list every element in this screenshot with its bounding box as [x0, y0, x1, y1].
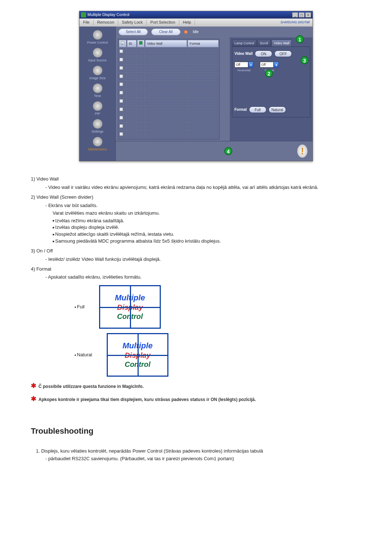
- window-title: Multiple Display Control: [87, 12, 130, 18]
- horizontal-label: Horizontal: [237, 68, 250, 73]
- idle-label: Idle: [193, 29, 199, 35]
- format-label: Format: [234, 107, 247, 113]
- image-size-icon: [93, 66, 102, 75]
- power-icon: [93, 30, 102, 40]
- callout-3: 3: [301, 56, 309, 64]
- item-2-title: 2) Video Wall (Screen divider): [31, 194, 361, 201]
- note-2: ✱Apkopes kontrole ir pieejama tikai tiem…: [31, 394, 361, 404]
- menu-help[interactable]: Help: [179, 20, 195, 25]
- mdc-window: Multiple Display Control _ □ × File Remo…: [79, 11, 313, 161]
- natural-format-label: Natural: [74, 352, 92, 358]
- tab-scroll[interactable]: Scroll: [257, 40, 271, 46]
- item-1-desc: - Video wall ir vairāku video ekrānu apv…: [45, 184, 361, 191]
- ts-item-1-sub: - pārbaudiet RS232C savienojumu. (Pārbau…: [45, 455, 361, 462]
- clear-all-button[interactable]: Clear All: [151, 29, 180, 35]
- sidebar-time[interactable]: Time: [79, 82, 115, 100]
- col-format: Format: [188, 40, 219, 47]
- window-titlebar: Multiple Display Control _ □ ×: [79, 11, 313, 19]
- menu-remocon[interactable]: Remocon: [94, 20, 118, 25]
- menu-safety-lock[interactable]: Safety Lock: [118, 20, 147, 25]
- video-wall-on-button[interactable]: ON: [255, 50, 272, 57]
- bullet-item: Nospiežot attiecīgo skaitli izvēlētajā r…: [53, 231, 361, 238]
- select-all-button[interactable]: Select All: [119, 29, 148, 35]
- status-bar: !: [116, 141, 313, 161]
- table-row[interactable]: [119, 106, 219, 114]
- table-row[interactable]: [119, 131, 219, 138]
- item-3-desc: - Ieslēdz/ izslēdz Video Wall funkciju i…: [45, 256, 361, 263]
- troubleshooting-heading: Troubleshooting: [31, 425, 361, 437]
- sidebar-power-control[interactable]: Power Control: [79, 29, 115, 46]
- menu-file[interactable]: File: [79, 20, 94, 25]
- col-video-wall: Video Wall: [145, 40, 187, 47]
- table-row[interactable]: [119, 114, 219, 122]
- sidebar-image-size[interactable]: Image Size: [79, 64, 115, 82]
- star-icon: ✱: [31, 395, 36, 402]
- horizontal-select[interactable]: Off ▾: [234, 62, 253, 68]
- vertical-value: Off: [260, 62, 274, 68]
- bullet-item: Izvēlas displeju displeja izvēlē.: [53, 224, 361, 231]
- item-4-title: 4) Format: [31, 266, 361, 273]
- horizontal-value: Off: [234, 62, 248, 68]
- menu-bar: File Remocon Safety Lock Port Selection …: [79, 19, 313, 27]
- idle-indicator-icon: [184, 30, 188, 34]
- video-wall-label: Video Wall: [234, 51, 253, 57]
- tab-lamp-control[interactable]: Lamp Control: [232, 40, 257, 46]
- format-natural-button[interactable]: Natural: [269, 106, 286, 113]
- table-row[interactable]: [119, 123, 219, 130]
- full-format-diagram: Multiple Display Control: [99, 285, 161, 329]
- bullet-item: Samsung piedāvātā MDC programma atbalsta…: [53, 238, 361, 245]
- format-full-button[interactable]: Full: [249, 106, 266, 113]
- sidebar-maintenance[interactable]: Maintenance: [79, 135, 115, 153]
- explanation-text: 1) Video Wall - Video wall ir vairāku vi…: [31, 176, 361, 462]
- callout-1: 1: [296, 35, 304, 43]
- close-button[interactable]: ×: [305, 12, 311, 17]
- chevron-down-icon[interactable]: ▾: [248, 62, 253, 68]
- col-id: ID: [127, 40, 136, 47]
- sidebar-settings[interactable]: Settings: [79, 118, 115, 135]
- table-row[interactable]: [119, 98, 219, 105]
- maintenance-icon: [93, 137, 102, 146]
- right-panel: Lamp Control Scroll Video Wall 1 Video W…: [230, 37, 313, 141]
- brand-label: SAMSUNG DIGITall: [278, 20, 313, 25]
- header-checkbox[interactable]: [121, 41, 124, 45]
- maximize-button[interactable]: □: [299, 12, 305, 17]
- input-icon: [93, 48, 102, 57]
- natural-format-diagram: Multiple Display Control: [107, 333, 168, 377]
- item-3-title: 3) On / Off: [31, 248, 361, 255]
- sidebar: Power Control Input Source Image Size Ti…: [79, 27, 116, 161]
- ts-item-1: 1. Displejs, kuru vēlaties kontrolēt, ne…: [36, 448, 361, 455]
- vertical-select[interactable]: Off ▾: [260, 62, 279, 68]
- star-icon: ✱: [31, 382, 36, 389]
- item-2-bullets: Izvēlas režīmu ekrāna sadalītājā. Izvēla…: [53, 218, 361, 245]
- time-icon: [93, 84, 102, 93]
- callout-2: 2: [265, 69, 273, 77]
- table-row[interactable]: [119, 73, 219, 81]
- chevron-down-icon[interactable]: ▾: [274, 62, 279, 68]
- item-4-desc: - Apskatot sadalīto ekrānu, izvēlieties …: [45, 274, 361, 281]
- callout-4: 4: [224, 147, 232, 155]
- settings-icon: [93, 119, 102, 129]
- minimize-button[interactable]: _: [292, 12, 298, 17]
- full-format-label: Full: [74, 304, 85, 311]
- app-icon: [81, 12, 86, 17]
- menu-port-selection[interactable]: Port Selection: [147, 20, 179, 25]
- table-row[interactable]: [119, 65, 219, 72]
- note-1: ✱Č possibile utilizzare questa funzione …: [31, 381, 361, 390]
- table-row[interactable]: [119, 48, 219, 56]
- sidebar-pip[interactable]: PIP: [79, 100, 115, 118]
- item-2-desc2: Varat izvēlēties mazo ekrānu skaitu un i…: [53, 210, 361, 217]
- sidebar-input-source[interactable]: Input Source: [79, 46, 115, 64]
- table-row[interactable]: [119, 56, 219, 64]
- display-table: ID Video Wall Format: [118, 39, 220, 139]
- pip-icon: [93, 101, 102, 111]
- table-row[interactable]: [119, 89, 219, 97]
- bullet-item: Izvēlas režīmu ekrāna sadalītājā.: [53, 218, 361, 224]
- col-status: [137, 40, 144, 47]
- item-1-title: 1) Video Wall: [31, 176, 361, 183]
- table-row[interactable]: [119, 81, 219, 89]
- toolbar: Select All Clear All Idle: [116, 27, 313, 37]
- item-2-desc1: - Ekrāns var būt sadalīts.: [45, 202, 361, 209]
- warning-icon: !: [297, 145, 307, 158]
- video-wall-off-button[interactable]: OFF: [274, 50, 292, 57]
- tab-video-wall[interactable]: Video Wall: [271, 40, 292, 46]
